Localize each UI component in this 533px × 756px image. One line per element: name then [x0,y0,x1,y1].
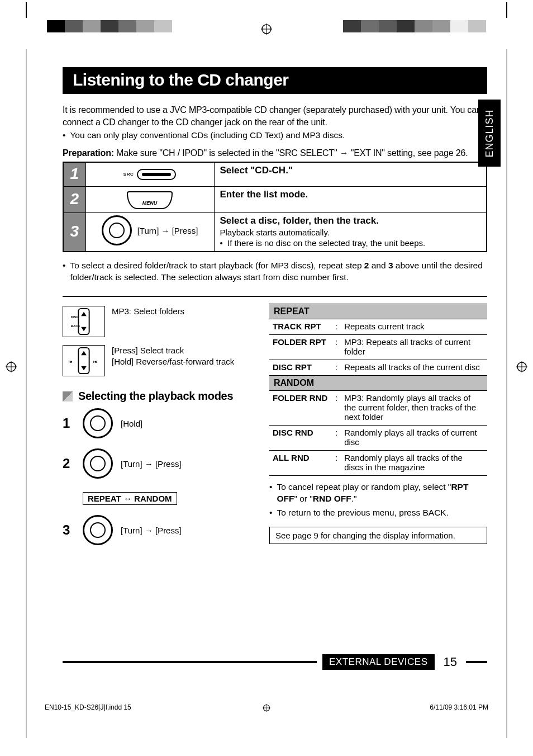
option-value: MP3: Repeats all tracks of current folde… [341,335,487,360]
step3-knob: [Turn] → [Press] [85,213,214,252]
color-swatch [83,20,101,32]
step3-instruction-title: Select a disc, folder, then the track. [220,215,481,226]
option-value: Repeats all tracks of the current disc [341,360,487,376]
step3-instruction-sub: Playback starts automatically. [220,228,481,237]
colon: : [332,426,341,451]
dpad-updown-icon: DISP BACK [63,306,105,337]
option-key: FOLDER RPT [269,335,332,360]
colon: : [332,451,341,476]
playback-options-table: REPEATTRACK RPT:Repeats current trackFOL… [269,304,487,476]
mode-toggle-box: REPEAT ↔ RANDOM [83,492,177,505]
intro-paragraph: It is recommended to use a JVC MP3-compa… [63,104,487,128]
option-value: MP3: Randomly plays all tracks of the cu… [341,391,487,426]
option-key: ALL RND [269,451,332,476]
dpad-leftright-icon: ⏮ ⏭ [63,345,105,376]
step3-sub-bullet: • If there is no disc on the selected tr… [220,238,481,248]
option-key: TRACK RPT [269,319,332,335]
step1-instruction: Select "CD-CH." [220,165,481,176]
rotary-knob-icon [83,448,113,479]
option-value: Repeats current track [341,319,487,335]
step-num-1: 1 [63,162,85,187]
step-num-3: 3 [63,213,85,252]
color-swatch [154,20,172,32]
step1-src-button: SRC [85,162,214,187]
pm-step-2: 2 [Turn] → [Press] [63,448,257,479]
color-swatch [379,20,397,32]
page-title: Listening to the CD changer [63,67,487,94]
steps-table: 1 SRC Select "CD-CH." 2 MENU Enter the l… [63,162,487,252]
page-footer: EXTERNAL DEVICES 15 [63,654,487,670]
color-swatch [136,20,154,32]
color-swatch [47,20,65,32]
color-swatch [450,20,468,32]
note-back: • To return to the previous menu, press … [269,507,487,519]
option-row: ALL RND:Randomly plays all tracks of the… [269,451,487,476]
color-swatch [65,20,83,32]
option-row: DISC RND:Randomly plays all tracks of cu… [269,426,487,451]
colon: : [332,360,341,376]
color-swatch [415,20,432,32]
section-header: REPEAT [269,304,487,319]
src-pill-icon [137,169,176,180]
svg-text:BACK: BACK [71,324,80,328]
option-row: FOLDER RPT:MP3: Repeats all tracks of cu… [269,335,487,360]
option-key: DISC RND [269,426,332,451]
preparation-line: Preparation: Make sure "CH / IPOD" is se… [63,148,487,158]
option-row: TRACK RPT:Repeats current track [269,319,487,335]
page-number: 15 [440,655,460,669]
svg-point-0 [262,25,271,34]
after-table-bullet: • To select a desired folder/track to st… [63,260,487,284]
color-swatch [432,20,450,32]
see-page-box: See page 9 for changing the display info… [269,527,487,544]
colon: : [332,335,341,360]
svg-text:⏮: ⏮ [69,360,73,363]
svg-text:⏭: ⏭ [93,360,97,363]
rotary-knob-icon [102,215,132,245]
svg-marker-15 [81,351,87,356]
rotary-knob-icon [83,515,113,545]
dpad-tracks-row: ⏮ ⏭ [Press] Select track [Hold] Reverse/… [63,345,257,376]
color-swatch [468,20,486,32]
step2-menu-button: MENU [85,187,214,213]
color-swatch [361,20,379,32]
step-num-2: 2 [63,187,85,213]
pm-step-3: 3 [Turn] → [Press] [63,515,257,545]
color-swatch [118,20,136,32]
pm-step-1: 1 [Hold] [63,408,257,438]
imprint-line: EN10-15_KD-S26[J]f.indd 15 6/11/09 3:16:… [45,703,488,711]
dpad-folders-row: DISP BACK MP3: Select folders [63,306,257,337]
language-tab: ENGLISH [478,100,501,167]
option-row: FOLDER RND:MP3: Randomly plays all track… [269,391,487,426]
step2-instruction: Enter the list mode. [220,189,481,200]
option-row: DISC RPT:Repeats all tracks of the curre… [269,360,487,376]
option-key: DISC RPT [269,360,332,376]
playback-modes-heading: Selecting the playback modes [63,390,257,403]
color-swatch [397,20,415,32]
color-swatch [101,20,118,32]
section-header: RANDOM [269,376,487,391]
option-value: Randomly plays all tracks of the discs i… [341,451,487,476]
colon: : [332,319,341,335]
colon: : [332,391,341,426]
svg-point-3 [7,362,16,371]
svg-marker-16 [81,366,87,371]
note-cancel: • To cancel repeat play or random play, … [269,481,487,505]
square-bullet-icon [63,391,73,401]
svg-point-6 [517,362,526,371]
intro-bullet: •You can only play conventional CDs (inc… [63,130,487,140]
svg-text:DISP: DISP [71,315,79,319]
rotary-knob-icon [83,408,113,438]
svg-marker-10 [81,312,87,316]
option-value: Randomly plays all tracks of current dis… [341,426,487,451]
color-swatch [343,20,361,32]
horizontal-rule [63,296,487,297]
svg-marker-11 [81,327,87,332]
section-badge: EXTERNAL DEVICES [322,654,434,670]
option-key: FOLDER RND [269,391,332,426]
